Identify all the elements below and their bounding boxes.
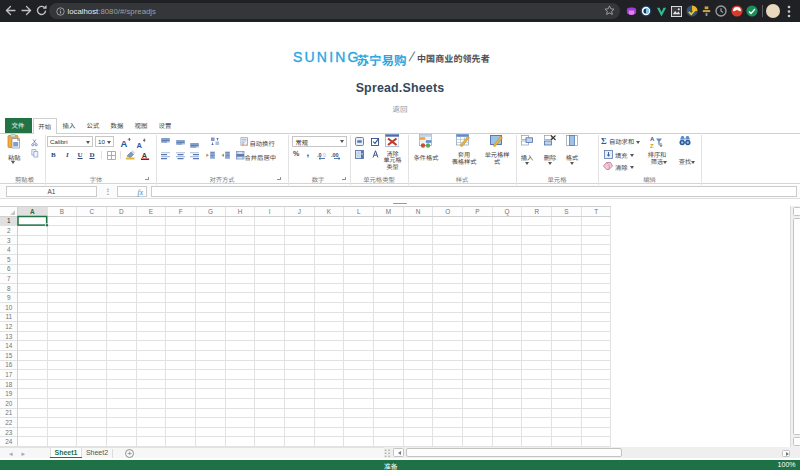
svg-text:T: T <box>594 208 598 215</box>
svg-text:13: 13 <box>5 333 13 340</box>
svg-text:A: A <box>121 138 128 148</box>
svg-text:17: 17 <box>5 371 13 378</box>
svg-text:S: S <box>564 208 568 215</box>
svg-text:23: 23 <box>5 429 13 436</box>
svg-text:12: 12 <box>5 323 13 330</box>
svg-text:M: M <box>386 208 391 215</box>
svg-text:15: 15 <box>5 352 13 359</box>
svg-text:9: 9 <box>7 294 11 301</box>
svg-text:21: 21 <box>5 409 13 416</box>
svg-text:20: 20 <box>5 400 13 407</box>
svg-text:7: 7 <box>7 275 11 282</box>
svg-text:11: 11 <box>5 313 12 320</box>
svg-text:Q: Q <box>505 208 510 216</box>
svg-text:K: K <box>327 208 332 215</box>
svg-text:3: 3 <box>7 237 11 244</box>
svg-text:14: 14 <box>5 342 13 349</box>
svg-text:G: G <box>208 208 213 215</box>
svg-text:A: A <box>137 140 143 148</box>
svg-text:L: L <box>357 208 361 215</box>
svg-text:5: 5 <box>7 256 11 263</box>
svg-text:R: R <box>534 208 539 215</box>
svg-text:6: 6 <box>7 265 11 272</box>
svg-text:O: O <box>445 208 450 215</box>
svg-text:F: F <box>179 208 183 215</box>
svg-text:24: 24 <box>5 438 13 445</box>
svg-text:18: 18 <box>5 381 13 388</box>
svg-text:A: A <box>650 135 655 141</box>
svg-text:0: 0 <box>323 151 326 157</box>
svg-text:A: A <box>30 208 35 215</box>
svg-text:4: 4 <box>7 246 11 253</box>
svg-text:H: H <box>238 208 243 215</box>
svg-text:19: 19 <box>5 390 13 397</box>
svg-text:22: 22 <box>5 419 13 426</box>
svg-text:Z: Z <box>650 142 654 148</box>
svg-text:C: C <box>89 208 94 215</box>
svg-text:16: 16 <box>5 361 13 368</box>
svg-text:10: 10 <box>5 304 13 311</box>
svg-text:P: P <box>475 208 479 215</box>
svg-text:8: 8 <box>7 285 11 292</box>
svg-text:.00: .00 <box>331 151 339 157</box>
svg-text:J: J <box>298 208 301 215</box>
svg-text:E: E <box>149 208 153 215</box>
svg-text:N: N <box>416 208 421 215</box>
svg-text:B: B <box>60 208 64 215</box>
svg-text:1: 1 <box>7 217 11 224</box>
svg-text:.0: .0 <box>317 151 322 157</box>
svg-text:2: 2 <box>7 227 11 234</box>
svg-text:I: I <box>269 208 271 215</box>
svg-text:D: D <box>119 208 124 215</box>
